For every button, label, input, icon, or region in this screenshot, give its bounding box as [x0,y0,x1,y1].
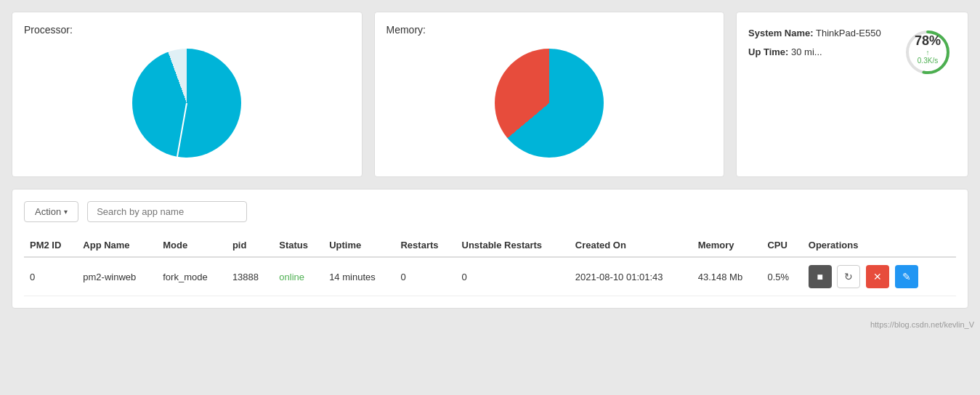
edit-icon: ✎ [902,271,911,282]
reload-button[interactable]: ↻ [837,265,860,288]
col-pm2id: PM2 ID [24,234,77,257]
cell-pid: 13888 [227,257,273,296]
search-input[interactable] [87,201,247,222]
table-body: 0 pm2-winweb fork_mode 13888 online 14 m… [24,257,956,296]
memory-pie-chart [495,49,604,158]
table-header: PM2 ID App Name Mode pid Status Uptime R… [24,234,956,257]
memory-chart-container [386,41,713,165]
col-status: Status [273,234,323,257]
processor-panel: Processor: [12,12,363,177]
cell-mode: fork_mode [157,257,227,296]
col-cpu: CPU [761,234,802,257]
uptime-value: 30 mi... [791,46,822,57]
col-created: Created On [570,234,692,257]
cell-uptime: 14 minutes [323,257,394,296]
toolbar: Action ▾ [24,201,956,222]
stop-icon: ■ [817,271,823,282]
table-row: 0 pm2-winweb fork_mode 13888 online 14 m… [24,257,956,296]
cell-restarts: 0 [394,257,455,296]
col-unstable: Unstable Restarts [456,234,570,257]
action-label: Action [35,206,61,217]
memory-panel: Memory: [374,12,725,177]
col-appname: App Name [77,234,157,257]
cell-cpu: 0.5% [761,257,802,296]
col-pid: pid [227,234,273,257]
cell-status: online [273,257,323,296]
gauge-text: 78% ↑ 0.3K/s [915,33,941,65]
cell-unstable: 0 [456,257,570,296]
network-gauge: 78% ↑ 0.3K/s [902,27,953,78]
cell-pm2id: 0 [24,257,77,296]
processor-chart-container [24,41,350,165]
cell-created: 2021-08-10 01:01:43 [570,257,692,296]
memory-title: Memory: [386,24,713,36]
col-ops: Operations [803,234,956,257]
table-section: Action ▾ PM2 ID App Name Mode pid Status… [12,189,968,309]
col-mode: Mode [157,234,227,257]
cell-appname: pm2-winweb [77,257,157,296]
cell-memory: 43.148 Mb [692,257,762,296]
uptime-label: Up Time: 30 mi... [748,46,822,57]
col-memory: Memory [692,234,762,257]
action-button[interactable]: Action ▾ [24,201,78,222]
system-name-value: ThinkPad-E550 [816,28,881,38]
process-table: PM2 ID App Name Mode pid Status Uptime R… [24,234,956,296]
processor-pie-chart [132,49,241,158]
gauge-speed: ↑ 0.3K/s [915,49,941,65]
watermark: https://blog.csdn.net/kevlin_V [0,320,980,329]
chevron-down-icon: ▾ [64,208,68,216]
delete-button[interactable]: ✕ [866,265,889,288]
stop-button[interactable]: ■ [809,265,832,288]
reload-icon: ↻ [844,271,853,282]
app-table: PM2 ID App Name Mode pid Status Uptime R… [24,234,956,296]
system-panel: System Name: ThinkPad-E550 Up Time: 30 m… [736,12,968,177]
system-name-label: System Name: ThinkPad-E550 [748,28,881,38]
status-badge: online [279,272,304,282]
col-uptime: Uptime [323,234,394,257]
gauge-percent: 78% [915,33,941,49]
edit-button[interactable]: ✎ [895,265,918,288]
delete-icon: ✕ [873,271,882,282]
processor-title: Processor: [24,24,350,36]
cell-operations: ■ ↻ ✕ ✎ [803,257,956,296]
col-restarts: Restarts [394,234,455,257]
